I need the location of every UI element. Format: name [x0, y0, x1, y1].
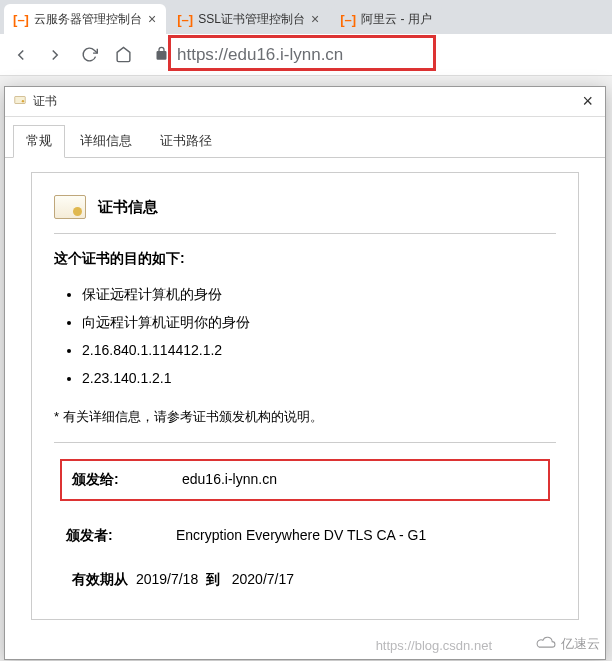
tab-close-icon[interactable]: ×	[148, 11, 156, 27]
aliyun-favicon-icon: [–]	[14, 12, 28, 26]
certificate-icon	[54, 195, 86, 219]
purpose-list: 保证远程计算机的身份 向远程计算机证明你的身份 2.16.840.1.11441…	[54, 280, 556, 392]
certificate-body: 证书信息 这个证书的目的如下: 保证远程计算机的身份 向远程计算机证明你的身份 …	[31, 172, 579, 620]
tab-general[interactable]: 常规	[13, 125, 65, 158]
tab-close-icon[interactable]: ×	[311, 11, 319, 27]
tab-title: SSL证书管理控制台	[198, 11, 305, 28]
tab-title: 云服务器管理控制台	[34, 11, 142, 28]
certificate-titlebar-icon	[13, 93, 27, 110]
url-host: edu16.i-lynn.cn	[228, 45, 343, 64]
dialog-title: 证书	[33, 93, 57, 110]
cert-info-header: 证书信息	[98, 198, 158, 217]
annotation-highlight-box: 颁发给: edu16.i-lynn.cn	[60, 459, 550, 501]
url-scheme: https://	[177, 45, 228, 64]
purpose-title: 这个证书的目的如下:	[54, 250, 556, 268]
purpose-item: 2.23.140.1.2.1	[82, 364, 556, 392]
watermark-brand-text: 亿速云	[561, 635, 600, 653]
tab-details[interactable]: 详细信息	[67, 125, 145, 157]
valid-to-label: 到	[206, 571, 220, 587]
validity-row: 有效期从 2019/7/18 到 2020/7/17	[54, 557, 556, 589]
home-button[interactable]	[110, 42, 136, 68]
reload-button[interactable]	[76, 42, 102, 68]
certificate-dialog: 证书 × 常规 详细信息 证书路径 证书信息 这个证书的目的如下: 保证远程计算…	[4, 86, 606, 660]
valid-from-value: 2019/7/18	[136, 571, 198, 587]
browser-tab-1[interactable]: [–] 云服务器管理控制台 ×	[4, 4, 166, 34]
lock-icon[interactable]	[154, 46, 169, 64]
issuer-value: Encryption Everywhere DV TLS CA - G1	[176, 527, 544, 545]
browser-tab-2[interactable]: [–] SSL证书管理控制台 ×	[168, 4, 329, 34]
cloud-icon	[535, 636, 557, 653]
url-text: https://edu16.i-lynn.cn	[177, 45, 343, 65]
purpose-item: 2.16.840.1.114412.1.2	[82, 336, 556, 364]
aliyun-favicon-icon: [–]	[178, 12, 192, 26]
divider	[54, 442, 556, 443]
divider	[54, 233, 556, 234]
aliyun-favicon-icon: [–]	[341, 12, 355, 26]
svg-rect-0	[15, 97, 26, 104]
forward-button[interactable]	[42, 42, 68, 68]
watermark-url: https://blog.csdn.net	[376, 638, 492, 653]
back-button[interactable]	[8, 42, 34, 68]
issued-to-value: edu16.i-lynn.cn	[182, 471, 538, 489]
address-bar[interactable]: https://edu16.i-lynn.cn	[144, 41, 604, 69]
tab-title: 阿里云 - 用户	[361, 11, 432, 28]
certificate-tabs: 常规 详细信息 证书路径	[5, 117, 605, 158]
dialog-close-button[interactable]: ×	[578, 91, 597, 112]
cert-authority-note: * 有关详细信息，请参考证书颁发机构的说明。	[54, 408, 556, 426]
issued-to-label: 颁发给:	[72, 471, 152, 489]
svg-point-1	[22, 100, 24, 102]
browser-tab-strip: [–] 云服务器管理控制台 × [–] SSL证书管理控制台 × [–] 阿里云…	[0, 0, 612, 34]
purpose-item: 向远程计算机证明你的身份	[82, 308, 556, 336]
valid-to-value: 2020/7/17	[232, 571, 294, 587]
tab-cert-path[interactable]: 证书路径	[147, 125, 225, 157]
issued-to-row: 颁发给: edu16.i-lynn.cn	[62, 461, 548, 499]
issuer-row: 颁发者: Encryption Everywhere DV TLS CA - G…	[54, 515, 556, 557]
issuer-label: 颁发者:	[66, 527, 146, 545]
purpose-item: 保证远程计算机的身份	[82, 280, 556, 308]
valid-from-label: 有效期从	[72, 571, 128, 587]
browser-tab-3[interactable]: [–] 阿里云 - 用户	[331, 4, 442, 34]
dialog-titlebar: 证书 ×	[5, 87, 605, 117]
browser-navbar: https://edu16.i-lynn.cn	[0, 34, 612, 76]
watermark-brand: 亿速云	[535, 635, 600, 653]
